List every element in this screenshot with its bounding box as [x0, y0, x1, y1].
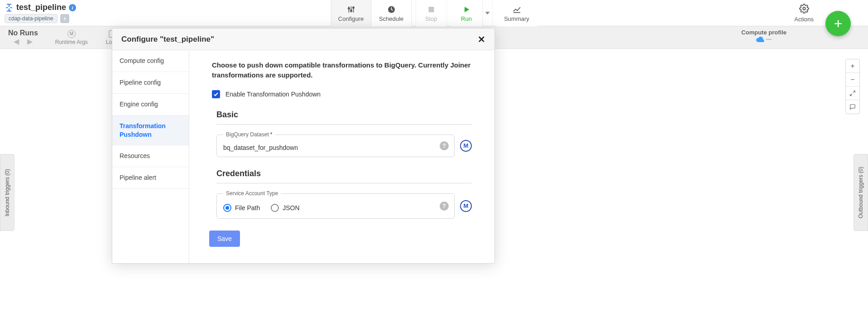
svg-line-11: [853, 91, 855, 92]
radio-json-label: JSON: [283, 204, 299, 211]
sidebar-item-resources[interactable]: Resources: [112, 145, 189, 167]
actions-button[interactable]: Actions: [794, 4, 814, 23]
run-button-group: Run: [451, 0, 493, 26]
modal-content: Choose to push down compatible transform…: [189, 50, 494, 263]
modal-header: Configure "test_pipeline" ✕: [112, 29, 494, 50]
enable-pushdown-checkbox[interactable]: [212, 90, 220, 98]
runtime-args-label: Runtime Args: [55, 39, 88, 45]
svg-point-4: [350, 10, 351, 11]
svg-point-3: [348, 7, 349, 9]
run-caret-button[interactable]: [482, 0, 492, 26]
service-account-type-radios: File Path JSON: [223, 203, 436, 212]
help-icon[interactable]: ?: [440, 141, 449, 150]
run-button[interactable]: Run: [451, 0, 482, 26]
radio-file-path-label: File Path: [235, 204, 260, 211]
top-bar: test_pipeline i cdap-data-pipeline + Con…: [0, 0, 868, 26]
svg-point-5: [352, 7, 354, 8]
outbound-triggers-tab[interactable]: Outbound triggers (0): [854, 154, 868, 231]
add-tag-button[interactable]: +: [60, 14, 69, 23]
compute-profile-label: Compute profile: [741, 29, 786, 36]
next-run-button[interactable]: ▶: [27, 37, 33, 46]
tag-row: cdap-data-pipeline +: [5, 14, 76, 23]
radio-file-path[interactable]: File Path: [223, 204, 260, 212]
title-block: test_pipeline i cdap-data-pipeline +: [0, 0, 81, 25]
sidebar-item-engine-config[interactable]: Engine config: [112, 94, 189, 115]
sidebar-item-pipeline-config[interactable]: Pipeline config: [112, 72, 189, 94]
stop-label: Stop: [425, 15, 437, 22]
radio-circle-icon: [271, 204, 279, 212]
sidebar-item-compute-config[interactable]: Compute config: [112, 50, 189, 72]
divider: [216, 124, 472, 125]
credentials-section-title: Credentials: [216, 169, 472, 178]
title-row: test_pipeline i: [5, 3, 76, 12]
plus-icon: +: [834, 15, 843, 32]
macro-button[interactable]: M: [460, 140, 472, 152]
service-account-type-label: Service Account Type: [223, 190, 281, 197]
prev-run-button[interactable]: ◀: [14, 37, 19, 46]
help-icon[interactable]: ?: [440, 202, 449, 211]
svg-marker-8: [465, 7, 470, 12]
svg-point-10: [803, 7, 806, 10]
radio-json[interactable]: JSON: [271, 204, 299, 212]
macro-m-icon: M: [67, 30, 76, 38]
runtime-args-button[interactable]: M Runtime Args: [46, 26, 97, 49]
clock-icon: [387, 5, 396, 14]
inbound-triggers-label: Inbound triggers (0): [4, 169, 10, 216]
basic-section-title: Basic: [216, 110, 472, 120]
svg-rect-7: [428, 7, 434, 12]
zoom-in-button[interactable]: +: [846, 59, 859, 73]
compute-profile[interactable]: Compute profile: [741, 29, 786, 42]
summary-button[interactable]: Summary: [496, 0, 537, 26]
pushdown-description: Choose to push down compatible transform…: [212, 60, 472, 80]
macro-button[interactable]: M: [460, 200, 472, 212]
modal-title: Configure "test_pipeline": [121, 35, 214, 44]
configure-label: Configure: [338, 15, 364, 22]
schedule-label: Schedule: [379, 15, 403, 22]
configure-button[interactable]: Configure: [331, 0, 371, 26]
pipeline-type-tag[interactable]: cdap-data-pipeline: [5, 14, 58, 23]
save-button[interactable]: Save: [209, 231, 240, 247]
summary-label: Summary: [504, 15, 529, 22]
service-account-type-box: Service Account Type File Path JSON: [216, 193, 455, 219]
cloud-icon: [756, 37, 772, 42]
zoom-controls: + −: [845, 59, 860, 114]
radio-circle-icon: [223, 204, 231, 212]
pipeline-title: test_pipeline: [16, 3, 66, 12]
gear-icon: [799, 4, 809, 16]
actions-label: Actions: [794, 16, 814, 23]
outbound-triggers-label: Outbound triggers (0): [858, 167, 864, 218]
stop-button: Stop: [415, 0, 447, 26]
topbar-right: Actions: [794, 0, 814, 26]
toolbar-center: Configure Schedule Stop Run: [331, 0, 537, 26]
app-logo-icon: [5, 3, 14, 12]
bq-dataset-label: BigQuery Dataset*: [223, 131, 275, 138]
schedule-button[interactable]: Schedule: [371, 0, 412, 26]
modal-sidebar: Compute config Pipeline config Engine co…: [112, 50, 189, 263]
bq-dataset-field-row: BigQuery Dataset* ? M: [216, 135, 472, 157]
bq-dataset-field-box: BigQuery Dataset* ?: [216, 135, 455, 157]
enable-pushdown-label: Enable Transformation Pushdown: [225, 91, 321, 98]
comment-button[interactable]: [846, 100, 859, 114]
runs-nav: ◀ ▶: [14, 37, 33, 46]
chart-icon: [512, 5, 521, 14]
info-icon[interactable]: i: [69, 4, 76, 11]
configure-modal: Configure "test_pipeline" ✕ Compute conf…: [112, 28, 495, 264]
sliders-icon: [346, 5, 355, 14]
add-fab-button[interactable]: +: [825, 11, 851, 36]
sidebar-item-transformation-pushdown[interactable]: Transformation Pushdown: [112, 115, 189, 146]
enable-pushdown-row: Enable Transformation Pushdown: [212, 90, 472, 98]
modal-close-button[interactable]: ✕: [478, 34, 485, 45]
divider: [216, 183, 472, 183]
run-label: Run: [461, 15, 472, 22]
runs-block: No Runs ◀ ▶: [0, 27, 46, 48]
sidebar-item-pipeline-alert[interactable]: Pipeline alert: [112, 167, 189, 189]
stop-icon: [427, 5, 435, 14]
zoom-out-button[interactable]: −: [846, 73, 859, 87]
service-account-type-row: Service Account Type File Path JSON: [216, 193, 472, 219]
modal-body: Compute config Pipeline config Engine co…: [112, 50, 494, 263]
bq-dataset-input[interactable]: [223, 144, 436, 151]
fit-screen-button[interactable]: [846, 87, 859, 100]
svg-line-12: [850, 94, 852, 96]
inbound-triggers-tab[interactable]: Inbound triggers (0): [0, 154, 14, 231]
svg-marker-9: [485, 12, 490, 14]
